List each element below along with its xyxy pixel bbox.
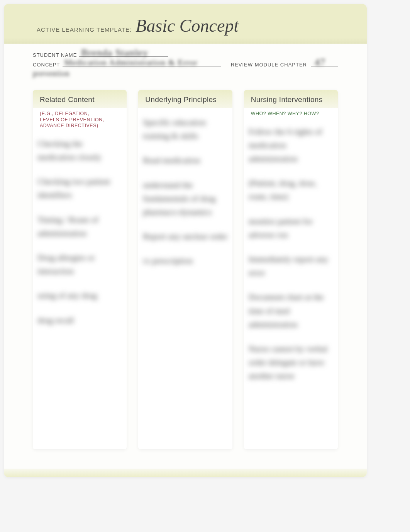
card-head-related: Related Content [33, 90, 127, 108]
header-band: ACTIVE LEARNING TEMPLATE: Basic Concept [4, 4, 367, 44]
card-underlying-principles: Underlying Principles Specific education… [138, 90, 232, 449]
card-subtitle-nursing: WHO? WHEN? WHY? HOW? [244, 108, 338, 117]
card-title-nursing: Nursing Interventions [251, 95, 331, 104]
header-prefix: ACTIVE LEARNING TEMPLATE: [37, 26, 132, 33]
card-title-related: Related Content [40, 95, 120, 104]
concept-row: CONCEPT Medication Administration & Erro… [33, 61, 338, 68]
review-chapter-label: REVIEW MODULE CHAPTER [231, 62, 307, 68]
student-name-label: STUDENT NAME [33, 52, 77, 58]
columns: Related Content (E.G., DELEGATION, LEVEL… [4, 82, 367, 469]
card-nursing-interventions: Nursing Interventions WHO? WHEN? WHY? HO… [244, 90, 338, 449]
review-chapter-handwriting: 47 [315, 57, 325, 68]
card-related-content: Related Content (E.G., DELEGATION, LEVEL… [33, 90, 127, 449]
related-body-blurred: Checking the medication closely Checking… [33, 129, 127, 345]
form-area: STUDENT NAME Brenda Stanley CONCEPT Medi… [4, 44, 367, 82]
extra-handwriting-row: prevention [33, 71, 338, 78]
card-head-principles: Underlying Principles [138, 90, 232, 108]
footer-band [4, 469, 367, 477]
concept-handwriting: Medication Administration & Error [64, 58, 198, 68]
student-name-row: STUDENT NAME Brenda Stanley [33, 51, 338, 58]
card-subtitle-related: (E.G., DELEGATION, LEVELS OF PREVENTION,… [33, 108, 127, 129]
student-name-handwriting: Brenda Stanley [81, 47, 148, 59]
concept-line: Medication Administration & Error [63, 61, 221, 66]
extra-handwriting: prevention [33, 69, 70, 78]
card-title-principles: Underlying Principles [145, 95, 225, 104]
review-chapter-line: 47 [311, 61, 338, 66]
concept-label: CONCEPT [33, 62, 60, 68]
worksheet-page: ACTIVE LEARNING TEMPLATE: Basic Concept … [4, 4, 367, 477]
header-title: Basic Concept [136, 15, 239, 36]
principles-body-blurred: Specific education training & skills Rea… [138, 108, 232, 286]
card-head-nursing: Nursing Interventions [244, 90, 338, 108]
nursing-body-blurred: Follow the 6 rights of medication admini… [244, 117, 338, 401]
review-chapter-group: REVIEW MODULE CHAPTER 47 [231, 61, 338, 68]
student-name-line: Brenda Stanley [79, 51, 168, 57]
